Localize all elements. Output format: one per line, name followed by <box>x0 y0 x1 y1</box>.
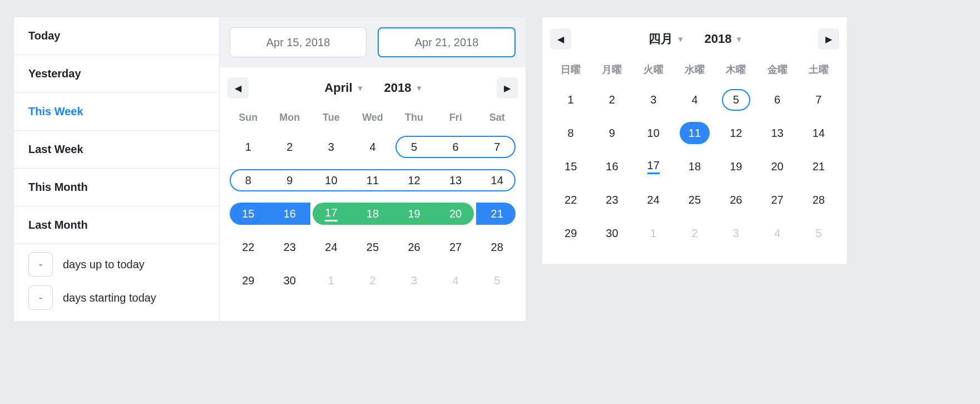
day-cell[interactable]: 14 <box>476 167 518 194</box>
from-date-input[interactable]: Apr 15, 2018 <box>230 27 367 57</box>
day-cell[interactable]: 2 <box>352 267 394 294</box>
day-cell[interactable]: 25 <box>674 186 715 213</box>
day-cell[interactable]: 30 <box>591 220 632 247</box>
day-number: 6 <box>774 93 780 106</box>
day-cell[interactable]: 6 <box>756 86 798 113</box>
day-cell[interactable]: 1 <box>633 220 674 247</box>
next-month-button[interactable]: ▶ <box>818 28 839 50</box>
day-cell[interactable]: 13 <box>435 167 477 194</box>
day-cell[interactable]: 20 <box>756 153 798 180</box>
day-cell[interactable]: 9 <box>591 120 632 146</box>
year-select[interactable]: 2018 ▾ <box>384 81 421 95</box>
preset-this-week[interactable]: This Week <box>14 93 219 131</box>
day-cell[interactable]: 29 <box>227 267 269 294</box>
day-cell[interactable]: 2 <box>269 134 311 160</box>
day-cell[interactable]: 16 <box>269 200 311 227</box>
day-cell[interactable]: 11 <box>674 120 715 146</box>
preset-this-month[interactable]: This Month <box>14 169 219 206</box>
day-cell[interactable]: 29 <box>550 220 591 247</box>
day-cell[interactable]: 8 <box>227 167 269 194</box>
day-cell[interactable]: 5 <box>393 134 435 160</box>
day-cell[interactable]: 3 <box>633 86 674 113</box>
day-cell[interactable]: 3 <box>715 220 756 247</box>
day-cell[interactable]: 20 <box>435 200 477 227</box>
preset-yesterday[interactable]: Yesterday <box>14 55 219 93</box>
day-cell[interactable]: 10 <box>310 167 352 194</box>
day-cell[interactable]: 23 <box>269 234 311 260</box>
day-cell[interactable]: 13 <box>756 120 798 146</box>
prev-month-button[interactable]: ◀ <box>550 28 571 50</box>
day-cell[interactable]: 24 <box>310 234 352 260</box>
day-cell[interactable]: 7 <box>798 86 839 113</box>
day-cell[interactable]: 1 <box>550 86 591 113</box>
weekday-label: Thu <box>393 107 435 128</box>
preset-today[interactable]: Today <box>14 17 219 55</box>
day-cell[interactable]: 28 <box>476 234 518 260</box>
day-cell[interactable]: 27 <box>756 186 798 213</box>
day-cell[interactable]: 18 <box>674 153 715 180</box>
chevron-left-icon: ◀ <box>557 34 564 45</box>
day-cell[interactable]: 14 <box>798 120 839 146</box>
day-cell[interactable]: 17 <box>310 200 352 227</box>
day-cell[interactable]: 22 <box>227 234 269 260</box>
next-month-button[interactable]: ▶ <box>497 77 518 98</box>
month-select[interactable]: 四月 ▾ <box>649 31 682 47</box>
day-cell[interactable]: 6 <box>435 134 477 160</box>
day-cell[interactable]: 22 <box>550 186 591 213</box>
day-number: 7 <box>815 93 821 106</box>
preset-last-week[interactable]: Last Week <box>14 131 219 169</box>
days-start-input[interactable] <box>28 285 53 310</box>
prev-month-button[interactable]: ◀ <box>227 77 249 98</box>
chevron-down-icon: ▾ <box>358 83 362 92</box>
day-cell[interactable]: 19 <box>715 153 756 180</box>
day-cell[interactable]: 2 <box>674 220 715 247</box>
day-number: 2 <box>369 274 375 287</box>
day-cell[interactable]: 15 <box>227 200 269 227</box>
day-cell[interactable]: 11 <box>352 167 394 194</box>
day-number: 3 <box>411 274 417 287</box>
day-cell[interactable]: 4 <box>352 134 394 160</box>
day-cell[interactable]: 27 <box>435 234 477 260</box>
day-cell[interactable]: 12 <box>393 167 435 194</box>
day-cell[interactable]: 3 <box>393 267 435 294</box>
day-cell[interactable]: 15 <box>550 153 591 180</box>
day-cell[interactable]: 26 <box>715 186 756 213</box>
day-cell[interactable]: 9 <box>269 167 311 194</box>
day-cell[interactable]: 3 <box>310 134 352 160</box>
day-cell[interactable]: 5 <box>798 220 839 247</box>
day-cell[interactable]: 4 <box>435 267 477 294</box>
day-cell[interactable]: 17 <box>633 153 674 180</box>
day-cell[interactable]: 26 <box>393 234 435 260</box>
day-cell[interactable]: 28 <box>798 186 839 213</box>
day-cell[interactable]: 1 <box>227 134 269 160</box>
day-number: 18 <box>367 208 379 220</box>
day-cell[interactable]: 7 <box>476 134 518 160</box>
chevron-left-icon: ◀ <box>235 83 241 93</box>
day-cell[interactable]: 8 <box>550 120 591 146</box>
year-label: 2018 <box>384 81 412 95</box>
day-number: 22 <box>242 241 254 254</box>
day-cell[interactable]: 18 <box>352 200 394 227</box>
day-cell[interactable]: 1 <box>310 267 352 294</box>
day-cell[interactable]: 10 <box>633 120 674 146</box>
day-cell[interactable]: 4 <box>756 220 798 247</box>
day-cell[interactable]: 21 <box>798 153 839 180</box>
days-up-input[interactable] <box>28 252 53 277</box>
day-cell[interactable]: 21 <box>476 200 518 227</box>
day-cell[interactable]: 12 <box>715 120 756 146</box>
year-select[interactable]: 2018 ▾ <box>705 32 741 46</box>
day-cell[interactable]: 25 <box>352 234 394 260</box>
day-cell[interactable]: 4 <box>674 86 715 113</box>
day-cell[interactable]: 23 <box>591 186 632 213</box>
day-cell[interactable]: 19 <box>393 200 435 227</box>
to-date-input[interactable]: Apr 21, 2018 <box>378 27 516 57</box>
preset-last-month[interactable]: Last Month <box>14 206 219 244</box>
month-select[interactable]: April ▾ <box>324 81 362 95</box>
day-cell[interactable]: 5 <box>476 267 518 294</box>
day-number: 25 <box>689 194 701 206</box>
day-cell[interactable]: 2 <box>591 86 632 113</box>
day-cell[interactable]: 24 <box>633 186 674 213</box>
day-cell[interactable]: 30 <box>269 267 311 294</box>
day-cell[interactable]: 16 <box>591 153 632 180</box>
day-cell[interactable]: 5 <box>715 86 756 113</box>
